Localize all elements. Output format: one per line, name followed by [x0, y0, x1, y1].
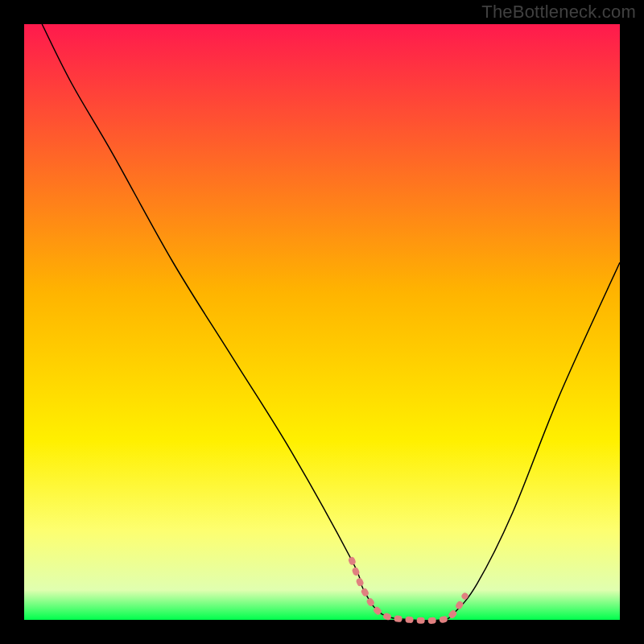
chart-frame	[24, 24, 620, 620]
plot-area	[24, 24, 620, 620]
watermark-text: TheBottleneck.com	[481, 2, 636, 23]
bottleneck-curve	[42, 24, 620, 621]
curve-layer	[24, 24, 620, 620]
optimal-zone-highlight	[352, 560, 465, 621]
